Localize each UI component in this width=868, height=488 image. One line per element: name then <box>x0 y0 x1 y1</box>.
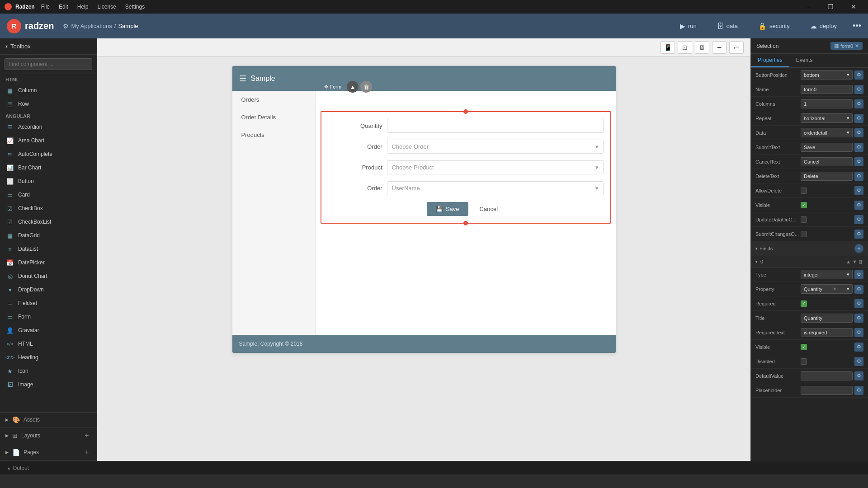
pages-new-button[interactable]: + <box>82 448 91 457</box>
toolbox-item-dropdown[interactable]: ▾ DropDown <box>0 283 97 296</box>
field-visible-action[interactable]: ⚙ <box>854 343 863 352</box>
required-action[interactable]: ⚙ <box>854 299 863 308</box>
toolbox-item-gravatar[interactable]: 👤 Gravatar <box>0 324 97 337</box>
form-badge[interactable]: ✥ Form <box>321 83 345 91</box>
save-button[interactable]: 💾 Save <box>427 202 468 216</box>
deletetext-input[interactable] <box>801 172 853 181</box>
toolbox-item-area-chart[interactable]: 📈 Area Chart <box>0 134 97 147</box>
canceltext-action[interactable]: ⚙ <box>854 157 863 166</box>
cancel-button[interactable]: Cancel <box>473 202 505 216</box>
menu-license[interactable]: License <box>94 2 118 11</box>
type-action[interactable]: ⚙ <box>854 270 863 279</box>
breadcrumb-app[interactable]: My Applications <box>71 23 112 29</box>
toolbox-item-card[interactable]: ▭ Card <box>0 188 97 202</box>
defaultvalue-input[interactable] <box>801 371 853 380</box>
visible-action[interactable]: ⚙ <box>854 201 863 210</box>
data-button[interactable]: 🗄 data <box>712 20 742 32</box>
username-dropdown[interactable]: UserName ▾ <box>387 181 604 195</box>
full-view-button[interactable]: ▭ <box>729 41 744 54</box>
repeat-select[interactable]: horizontal ▾ <box>801 113 853 123</box>
form-resize-bottom[interactable] <box>463 221 468 225</box>
toolbox-item-checkboxlist[interactable]: ☑ CheckBoxList <box>0 215 97 229</box>
toolbox-item-image[interactable]: 🖼 Image <box>0 378 97 391</box>
columns-input[interactable] <box>801 99 853 108</box>
toolbox-item-datepicker[interactable]: 📅 DatePicker <box>0 256 97 269</box>
nav-order-details[interactable]: Order Details <box>232 108 316 126</box>
field-visible-checkbox[interactable]: ✓ <box>801 344 807 350</box>
title-action[interactable]: ⚙ <box>854 314 863 323</box>
disabled-action[interactable]: ⚙ <box>854 357 863 366</box>
toolbox-item-button[interactable]: ⬜ Button <box>0 174 97 188</box>
submittext-input[interactable] <box>801 143 853 152</box>
allowdelete-checkbox[interactable] <box>801 188 807 194</box>
toolbox-item-donut-chart[interactable]: ◎ Donut Chart <box>0 269 97 283</box>
deletetext-action[interactable]: ⚙ <box>854 172 863 181</box>
submitchangeso-checkbox[interactable] <box>801 231 807 237</box>
toolbox-item-heading[interactable]: <h/> Heading <box>0 351 97 364</box>
toolbox-item-bar-chart[interactable]: 📊 Bar Chart <box>0 161 97 174</box>
property-select[interactable]: Quantity ✕ ▾ <box>801 284 853 294</box>
columns-action[interactable]: ⚙ <box>854 99 863 108</box>
type-select[interactable]: integer ▾ <box>801 270 853 279</box>
toolbox-item-icon[interactable]: ★ Icon <box>0 364 97 378</box>
placeholder-input[interactable] <box>801 386 853 395</box>
toolbox-item-html[interactable]: </> HTML <box>0 337 97 351</box>
field-0-delete[interactable]: 🗑 <box>859 259 863 264</box>
field-0-down[interactable]: ▼ <box>852 259 857 264</box>
canceltext-input[interactable] <box>801 157 853 166</box>
more-button[interactable]: ••• <box>853 21 861 31</box>
layouts-new-button[interactable]: + <box>82 431 91 440</box>
close-button[interactable]: ✕ <box>843 0 863 14</box>
tab-properties[interactable]: Properties <box>751 54 789 67</box>
order-dropdown[interactable]: Choose Order ▾ <box>387 140 604 154</box>
layouts-section[interactable]: ▶ ⊞ Layouts + <box>0 427 97 444</box>
requiredtext-action[interactable]: ⚙ <box>854 328 863 337</box>
fields-add-button[interactable]: + <box>854 244 863 253</box>
menu-edit[interactable]: Edit <box>56 2 71 11</box>
property-remove-icon[interactable]: ✕ <box>833 286 836 291</box>
property-action[interactable]: ⚙ <box>854 285 863 294</box>
disabled-checkbox[interactable] <box>801 358 807 365</box>
data-action[interactable]: ⚙ <box>854 128 863 137</box>
visible-checkbox[interactable]: ✓ <box>801 202 807 208</box>
wide-view-button[interactable]: ━ <box>712 41 726 54</box>
maximize-button[interactable]: ❐ <box>821 0 841 14</box>
security-button[interactable]: 🔒 security <box>754 20 794 33</box>
toolbox-item-form[interactable]: ▭ Form <box>0 310 97 324</box>
tab-events[interactable]: Events <box>789 54 820 67</box>
output-button[interactable]: ▲ Output <box>7 465 29 471</box>
title-input[interactable] <box>801 314 853 323</box>
run-button[interactable]: ▶ run <box>675 20 701 33</box>
toolbox-item-checkbox[interactable]: ☑ CheckBox <box>0 202 97 215</box>
toolbox-item-accordion[interactable]: ☰ Accordion <box>0 120 97 134</box>
toolbox-item-datalist[interactable]: ≡ DataList <box>0 242 97 256</box>
nav-orders[interactable]: Orders <box>232 91 316 108</box>
submittext-action[interactable]: ⚙ <box>854 143 863 152</box>
allowdelete-action[interactable]: ⚙ <box>854 186 863 195</box>
menu-help[interactable]: Help <box>75 2 91 11</box>
nav-products[interactable]: Products <box>232 126 316 144</box>
form-resize-top[interactable] <box>463 109 468 114</box>
updatedataonc-action[interactable]: ⚙ <box>854 215 863 224</box>
menu-settings[interactable]: Settings <box>123 2 147 11</box>
repeat-action[interactable]: ⚙ <box>854 114 863 123</box>
tablet-view-button[interactable]: ⊡ <box>678 41 692 54</box>
deploy-button[interactable]: ☁ deploy <box>806 20 841 33</box>
buttonposition-action[interactable]: ⚙ <box>854 70 863 80</box>
product-dropdown[interactable]: Choose Product ▾ <box>387 160 604 174</box>
hamburger-icon[interactable]: ☰ <box>239 74 246 84</box>
name-input[interactable] <box>801 85 853 94</box>
mobile-view-button[interactable]: 📱 <box>660 41 675 54</box>
name-action[interactable]: ⚙ <box>854 85 863 94</box>
toolbox-item-datagrid[interactable]: ▦ DataGrid <box>0 229 97 242</box>
requiredtext-input[interactable] <box>801 328 853 337</box>
desktop-view-button[interactable]: 🖥 <box>695 41 709 54</box>
buttonposition-select[interactable]: bottom ▾ <box>801 70 853 80</box>
placeholder-action[interactable]: ⚙ <box>854 386 863 395</box>
updatedataonc-checkbox[interactable] <box>801 216 807 223</box>
quantity-input[interactable] <box>387 119 604 133</box>
field-0-up[interactable]: ▲ <box>846 259 851 264</box>
rp-close-icon[interactable]: ✕ <box>855 43 859 49</box>
assets-section[interactable]: ▶ 🎨 Assets <box>0 413 97 427</box>
pages-section[interactable]: ▶ 📄 Pages + <box>0 444 97 461</box>
